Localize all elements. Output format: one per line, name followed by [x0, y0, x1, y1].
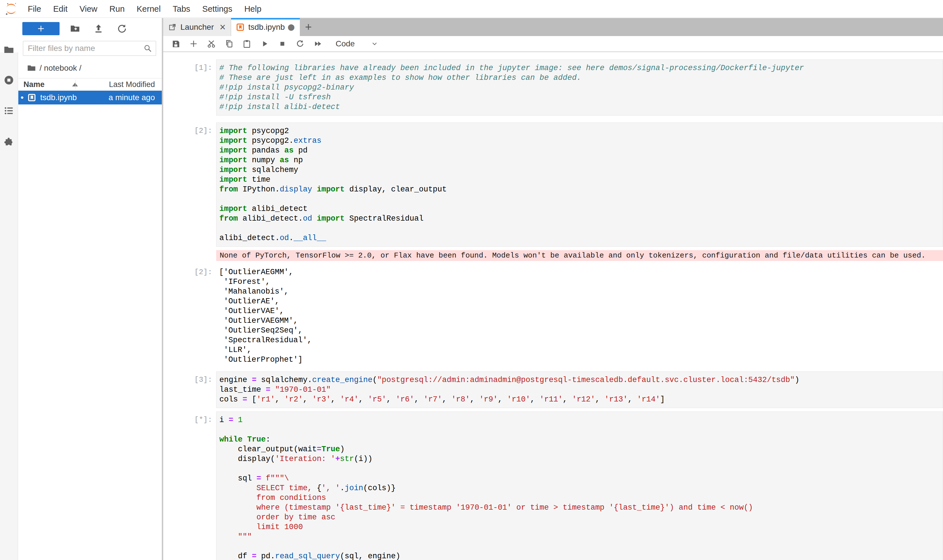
menu-tabs[interactable]: Tabs — [167, 0, 196, 18]
code-line: from alibi_detect.od import SpectralResi… — [219, 214, 940, 223]
file-row[interactable]: •tsdb.ipynba minute ago — [19, 91, 162, 105]
search-icon — [144, 44, 152, 53]
input-prompt: [*]: — [163, 411, 216, 424]
cell-editor[interactable]: i = 1 while True: clear_output(wait=True… — [216, 411, 943, 560]
sidebar-running-sessions-icon[interactable] — [3, 75, 14, 86]
input-prompt: [2]: — [163, 123, 216, 135]
sidebar-file-browser-icon[interactable] — [3, 45, 14, 55]
code-line: import alibi_detect — [219, 204, 940, 214]
code-line: # These are just left in as examples to … — [219, 73, 940, 83]
notebook-file-icon — [28, 94, 36, 102]
input-prompt: [1]: — [163, 60, 216, 72]
code-line: #!pip install -U tsfresh — [219, 92, 940, 102]
code-line: display('Iteration: '+str(i)) — [219, 454, 940, 464]
code-line: engine = sqlalchemy.create_engine("postg… — [219, 375, 940, 385]
menu-kernel[interactable]: Kernel — [131, 0, 167, 18]
restart-button-icon[interactable] — [296, 39, 305, 48]
cell-type-dropdown[interactable]: Code — [336, 39, 355, 48]
menu-run[interactable]: Run — [103, 0, 131, 18]
sort-ascending-icon[interactable] — [72, 83, 78, 86]
code-cell: [3]:engine = sqlalchemy.create_engine("p… — [163, 371, 943, 408]
code-line: where (timestamp '{last_time}' = timesta… — [219, 503, 940, 512]
cut-button-icon[interactable] — [207, 39, 216, 48]
cell-editor[interactable]: import psycopg2import psycopg2.extrasimp… — [216, 123, 943, 247]
file-browser-panel: / notebook / Name Last Modified •tsdb.ip… — [19, 18, 162, 560]
cell-editor[interactable]: engine = sqlalchemy.create_engine("postg… — [216, 371, 943, 408]
folder-icon[interactable] — [27, 63, 36, 73]
copy-button-icon[interactable] — [224, 39, 234, 48]
upload-icon[interactable] — [93, 23, 103, 34]
column-name[interactable]: Name — [23, 80, 45, 89]
code-line: clear_output(wait=True) — [219, 445, 940, 454]
code-line: limit 1000 — [219, 522, 940, 532]
code-line: last_time = "1970-01-01" — [219, 385, 940, 395]
file-browser-toolbar — [19, 18, 162, 36]
code-line: import sqlalchemy — [219, 165, 940, 175]
code-line: order by time asc — [219, 512, 940, 522]
code-line: from conditions — [219, 493, 940, 503]
new-launcher-button[interactable] — [22, 22, 60, 35]
menu-settings[interactable]: Settings — [196, 0, 238, 18]
output-prompt: [2]: — [163, 264, 216, 277]
code-line: import psycopg2.extras — [219, 136, 940, 146]
sidebar-extensions-icon[interactable] — [3, 137, 14, 148]
sidebar-table-of-contents-icon[interactable] — [3, 105, 14, 116]
code-line — [219, 223, 940, 233]
code-line — [219, 194, 940, 204]
stop-button-icon[interactable] — [278, 39, 287, 48]
tab-tsdb-ipynb[interactable]: tsdb.ipynb⬤ — [231, 18, 300, 36]
menu-help[interactable]: Help — [238, 0, 267, 18]
code-line: 'SpectralResidual', — [219, 335, 940, 345]
breadcrumb[interactable]: / notebook / — [23, 63, 162, 74]
paste-button-icon[interactable] — [242, 39, 252, 48]
code-line — [219, 425, 940, 435]
menu-bar: FileEditViewRunKernelTabsSettingsHelp — [0, 0, 943, 18]
code-cell: [*]:i = 1 while True: clear_output(wait=… — [163, 411, 943, 560]
column-divider — [75, 80, 76, 89]
menu-edit[interactable]: Edit — [47, 0, 74, 18]
code-cell: [1]:# The following libraries have alrea… — [163, 60, 943, 115]
code-line: 'OutlierAE', — [219, 297, 940, 306]
code-line: 'OutlierProphet'] — [219, 355, 940, 365]
new-folder-icon[interactable] — [70, 23, 80, 34]
code-line: 'LLR', — [219, 345, 940, 355]
column-last-modified[interactable]: Last Modified — [109, 80, 155, 89]
file-list: •tsdb.ipynba minute ago — [19, 91, 162, 105]
notebook-toolbar: Code — [163, 36, 943, 52]
fast-forward-button-icon[interactable] — [313, 39, 323, 48]
notebook-area: [1]:# The following libraries have alrea… — [163, 53, 943, 560]
notebook-orange-icon — [236, 23, 244, 31]
menu-items: FileEditViewRunKernelTabsSettingsHelp — [22, 0, 267, 18]
execute-result: ['OutlierAEGMM', 'IForest', 'Mahalanobis… — [216, 264, 943, 368]
code-line: i = 1 — [219, 415, 940, 425]
code-line: SELECT time, {', '.join(cols)} — [219, 483, 940, 493]
add-button-icon[interactable] — [189, 39, 198, 48]
code-line: #!pip install alibi-detect — [219, 102, 940, 112]
code-line: 'OutlierVAEGMM', — [219, 316, 940, 326]
menu-file[interactable]: File — [22, 0, 47, 18]
stderr-output: None of PyTorch, TensorFlow >= 2.0, or F… — [216, 250, 943, 261]
code-line — [219, 542, 940, 551]
plus-icon — [37, 24, 45, 33]
close-tab-icon[interactable]: × — [220, 21, 226, 33]
output-area: [2]:['OutlierAEGMM', 'IForest', 'Mahalan… — [163, 264, 943, 368]
file-list-header: Name Last Modified — [19, 78, 162, 91]
menu-view[interactable]: View — [74, 0, 103, 18]
unsaved-dot-icon[interactable]: ⬤ — [287, 23, 295, 31]
main-dock-panel: Launcher×tsdb.ipynb⬤+ Code [1]:# The fol… — [162, 18, 943, 560]
launcher-icon — [168, 23, 176, 31]
code-line: import time — [219, 175, 940, 185]
file-last-modified: a minute ago — [108, 93, 155, 102]
tab-launcher[interactable]: Launcher× — [163, 18, 231, 36]
code-line: 'IForest', — [219, 277, 940, 287]
chevron-down-icon[interactable] — [371, 40, 378, 48]
save-button-icon[interactable] — [171, 39, 181, 48]
cell-editor[interactable]: # The following libraries have already b… — [216, 60, 943, 115]
run-button-icon[interactable] — [260, 39, 269, 48]
breadcrumb-path[interactable]: / notebook / — [40, 63, 81, 73]
code-cell: [2]:import psycopg2import psycopg2.extra… — [163, 123, 943, 247]
filter-files-input[interactable] — [23, 41, 156, 56]
refresh-icon[interactable] — [117, 23, 127, 34]
new-tab-button[interactable]: + — [300, 18, 317, 36]
code-line: import pandas as pd — [219, 146, 940, 155]
